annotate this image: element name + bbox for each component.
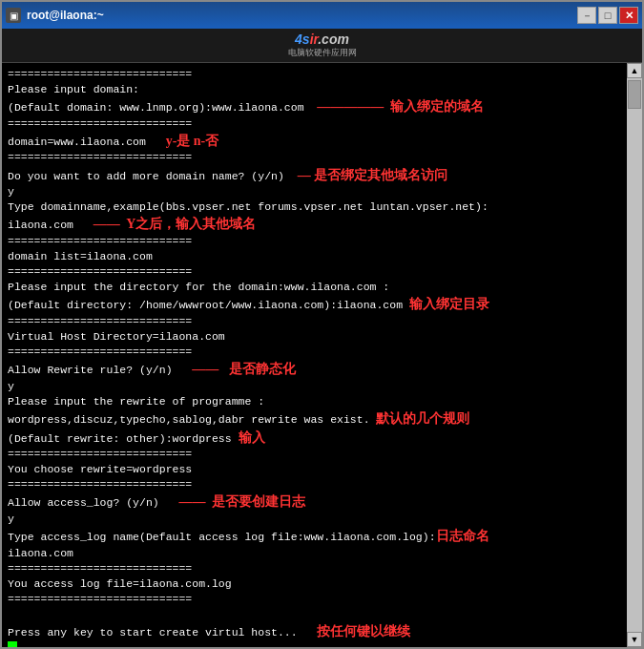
line-6: ============================ — [8, 150, 621, 165]
logo-subtitle: 电脑软硬件应用网 — [288, 47, 357, 59]
window-icon: ▣ — [6, 8, 21, 23]
line-26: ============================ — [8, 477, 621, 492]
line-18: ============================ — [8, 345, 621, 360]
line-21: Please input the rewrite of programme : — [8, 394, 621, 409]
title-bar: ▣ root@ilaona:~ － □ ✕ — [2, 2, 642, 29]
line-29: Type access_log name(Default access log … — [8, 527, 621, 546]
line-4: ============================ — [8, 116, 621, 132]
line-28: y — [8, 512, 621, 527]
line-36 — [8, 641, 621, 647]
close-button[interactable]: ✕ — [619, 7, 638, 24]
window-controls: － □ ✕ — [577, 7, 638, 24]
line-17: Virtual Host Directory=ilaona.com — [8, 329, 621, 345]
title-left: ▣ root@ilaona:~ — [6, 8, 104, 23]
line-7: Do you want to add more domain name? (y/… — [8, 166, 621, 185]
line-13: ============================ — [8, 264, 621, 280]
scroll-up-button[interactable]: ▲ — [627, 63, 642, 78]
maximize-button[interactable]: □ — [598, 7, 617, 24]
terminal-cursor — [8, 641, 17, 647]
line-11: ============================ — [8, 234, 621, 249]
scrollbar-track[interactable] — [627, 78, 642, 632]
line-8: y — [8, 184, 621, 199]
scrollbar[interactable]: ▲ ▼ — [627, 63, 642, 647]
line-3: (Default domain: www.lnmp.org):www.ilaon… — [8, 97, 621, 116]
line-34 — [8, 607, 621, 622]
line-33: ============================ — [8, 592, 621, 607]
line-22: wordpress,discuz,typecho,sablog,dabr rew… — [8, 409, 621, 429]
line-35: Press any key to start create virtul hos… — [8, 622, 621, 641]
menu-bar: 4sir.com 电脑软硬件应用网 — [2, 29, 642, 63]
minimize-button[interactable]: － — [577, 7, 596, 24]
line-25: You choose rewrite=wordpress — [8, 462, 621, 477]
line-10: ilaona.com —— Y之后，输入其他域名 — [8, 215, 621, 234]
main-window: ▣ root@ilaona:~ － □ ✕ 4sir.com 电脑软硬件应用网 … — [0, 0, 644, 649]
line-2: Please input domain: — [8, 82, 621, 97]
line-30: ilaona.com — [8, 546, 621, 561]
line-24: ============================ — [8, 447, 621, 462]
terminal-content[interactable]: ============================ Please inpu… — [2, 63, 627, 647]
logo-area: 4sir.com 电脑软硬件应用网 — [288, 31, 357, 59]
window-title: root@ilaona:~ — [27, 9, 104, 22]
terminal-container: ============================ Please inpu… — [2, 63, 642, 647]
scrollbar-thumb[interactable] — [628, 80, 641, 109]
line-23: (Default rewrite: other):wordpress 输入 — [8, 429, 621, 448]
line-31: ============================ — [8, 561, 621, 576]
line-19: Allow Rewrite rule? (y/n) —— 是否静态化 — [8, 360, 621, 379]
line-12: domain list=ilaona.com — [8, 249, 621, 264]
line-27: Allow access_log? (y/n) —— 是否要创建日志 — [8, 492, 621, 512]
line-32: You access log file=ilaona.com.log — [8, 576, 621, 592]
line-20: y — [8, 379, 621, 394]
content-wrapper: ============================ Please inpu… — [8, 67, 621, 647]
line-5: domain=www.ilaona.com y-是 n-否 — [8, 132, 621, 151]
line-16: ============================ — [8, 314, 621, 329]
scroll-down-button[interactable]: ▼ — [627, 632, 642, 647]
line-9: Type domainname,example(bbs.vpser.net fo… — [8, 199, 621, 215]
logo-brand: 4sir.com — [295, 31, 349, 47]
line-15: (Default directory: /home/wwwroot/www.il… — [8, 295, 621, 314]
line-14: Please input the directory for the domai… — [8, 280, 621, 295]
line-1: ============================ — [8, 67, 621, 82]
